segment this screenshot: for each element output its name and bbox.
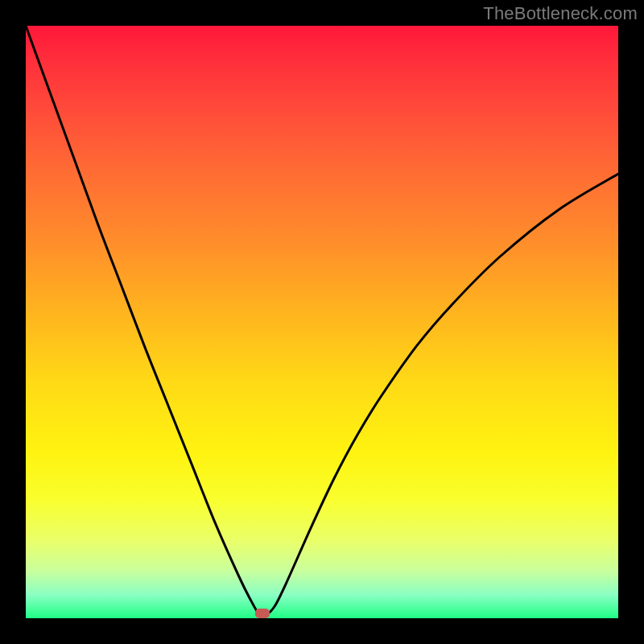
plot-area xyxy=(26,26,618,618)
bottleneck-curve xyxy=(26,26,618,617)
watermark-text: TheBottleneck.com xyxy=(483,3,638,24)
curve-layer xyxy=(26,26,618,618)
optimum-marker xyxy=(255,609,270,618)
chart-frame: TheBottleneck.com xyxy=(0,0,644,644)
